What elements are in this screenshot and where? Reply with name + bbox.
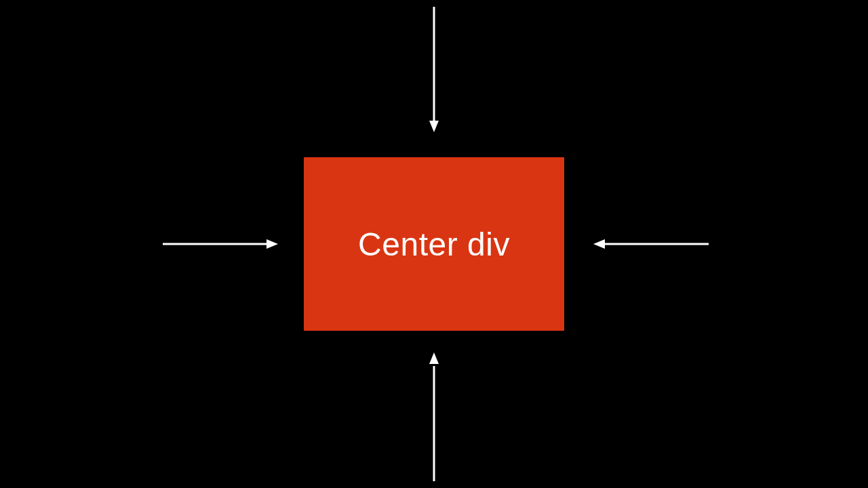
center-div-box: Center div [304,157,564,331]
arrow-down-icon [429,7,439,132]
svg-marker-3 [429,352,439,364]
svg-marker-7 [593,239,605,249]
arrow-left-icon [593,239,709,249]
svg-marker-5 [267,239,278,249]
center-div-label: Center div [358,226,510,263]
arrow-right-icon [163,239,278,249]
svg-marker-1 [429,121,439,132]
arrow-up-icon [429,352,439,481]
